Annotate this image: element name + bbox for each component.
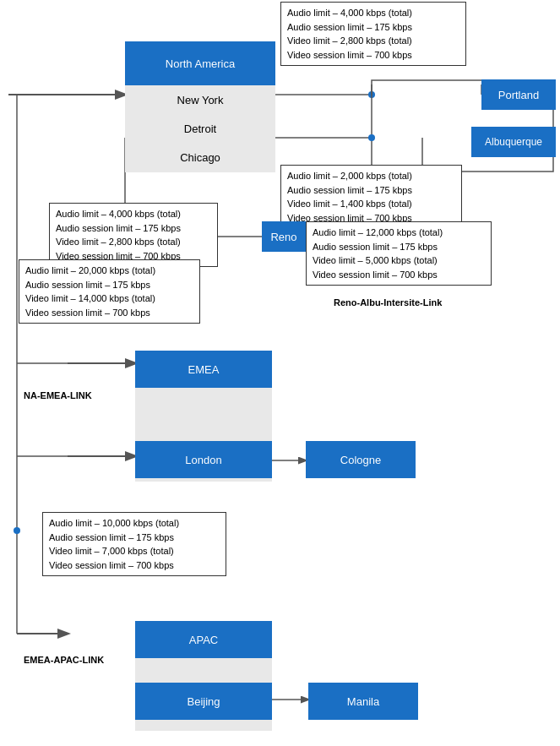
connection-lines xyxy=(0,0,560,746)
detroit-label: Detroit xyxy=(125,114,275,143)
chicago-label: Chicago xyxy=(125,143,275,172)
info-line-1: Audio limit – 4,000 kbps (total) xyxy=(287,6,459,20)
na-left-info-box: Audio limit – 4,000 kbps (total) Audio s… xyxy=(49,203,218,267)
na-emea-link-label: NA-EMEA-LINK xyxy=(24,390,92,400)
emea-apac-link-label: EMEA-APAC-LINK xyxy=(24,655,104,665)
top-right-info-box: Audio limit – 4,000 kbps (total) Audio s… xyxy=(280,2,466,66)
north-america-box: North America xyxy=(125,41,275,85)
portland-box: Portland xyxy=(481,79,556,110)
info-line-3: Video limit – 2,800 kbps (total) xyxy=(287,34,459,48)
info-line-2: Audio session limit – 175 kbps xyxy=(287,20,459,35)
svg-point-22 xyxy=(14,527,20,534)
network-diagram: North America New York Detroit Chicago P… xyxy=(0,0,560,746)
reno-albu-link-label: Reno-Albu-Intersite-Link xyxy=(334,297,442,308)
info-line-4: Video session limit – 700 kbps xyxy=(287,48,459,63)
new-york-label: New York xyxy=(125,85,275,114)
apac-box: APAC xyxy=(135,621,272,658)
cologne-box: Cologne xyxy=(306,441,416,478)
beijing-box: Beijing xyxy=(135,683,272,720)
manila-box: Manila xyxy=(308,683,418,720)
reno-right-info-box: Audio limit – 12,000 kbps (total) Audio … xyxy=(306,221,492,286)
reno-left-info-box: Audio limit – 20,000 kbps (total) Audio … xyxy=(19,259,200,324)
albuquerque-box: Albuquerque xyxy=(471,127,556,157)
svg-point-8 xyxy=(368,134,375,141)
emea-left-info-box: Audio limit – 10,000 kbps (total) Audio … xyxy=(42,512,226,576)
reno-box: Reno xyxy=(262,221,306,252)
albu-info-box: Audio limit – 2,000 kbps (total) Audio s… xyxy=(280,165,462,229)
emea-box: EMEA xyxy=(135,351,272,388)
london-box: London xyxy=(135,441,272,478)
svg-point-3 xyxy=(368,91,375,98)
